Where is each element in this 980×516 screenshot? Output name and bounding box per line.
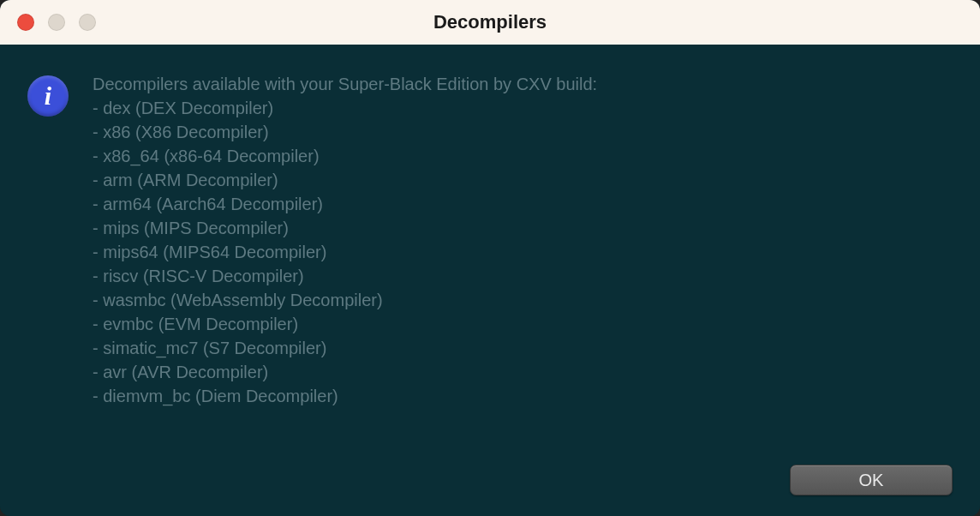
close-window-button[interactable]	[17, 14, 34, 31]
window-title: Decompilers	[433, 11, 547, 33]
decompiler-list: - dex (DEX Decompiler)- x86 (X86 Decompi…	[93, 96, 953, 408]
list-item: - mips64 (MIPS64 Decompiler)	[93, 240, 953, 264]
list-item: - diemvm_bc (Diem Decompiler)	[93, 384, 953, 408]
titlebar: Decompilers	[0, 0, 980, 45]
dialog-content: i Decompilers available with your Super-…	[0, 45, 980, 516]
list-item: - arm64 (Aarch64 Decompiler)	[93, 192, 953, 216]
list-item: - x86_64 (x86-64 Decompiler)	[93, 144, 953, 168]
list-item: - avr (AVR Decompiler)	[93, 360, 953, 384]
info-icon: i	[27, 75, 69, 117]
list-item: - simatic_mc7 (S7 Decompiler)	[93, 336, 953, 360]
dialog-footer: OK	[790, 465, 953, 495]
dialog-window: Decompilers i Decompilers available with…	[0, 0, 980, 516]
message-heading: Decompilers available with your Super-Bl…	[93, 72, 953, 96]
icon-column: i	[27, 72, 69, 499]
list-item: - evmbc (EVM Decompiler)	[93, 312, 953, 336]
maximize-window-button[interactable]	[79, 14, 96, 31]
ok-button[interactable]: OK	[790, 465, 953, 495]
list-item: - mips (MIPS Decompiler)	[93, 216, 953, 240]
message-text: Decompilers available with your Super-Bl…	[93, 72, 953, 499]
window-controls	[17, 14, 96, 31]
minimize-window-button[interactable]	[48, 14, 65, 31]
list-item: - wasmbc (WebAssembly Decompiler)	[93, 288, 953, 312]
list-item: - x86 (X86 Decompiler)	[93, 120, 953, 144]
list-item: - arm (ARM Decompiler)	[93, 168, 953, 192]
list-item: - riscv (RISC-V Decompiler)	[93, 264, 953, 288]
list-item: - dex (DEX Decompiler)	[93, 96, 953, 120]
